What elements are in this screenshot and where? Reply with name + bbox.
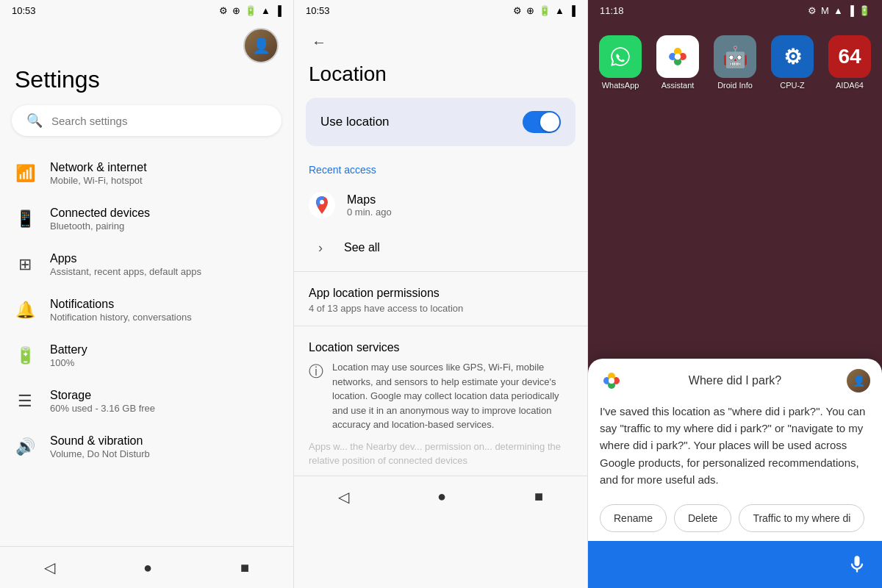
settings-item-title-apps: Apps [50,252,201,265]
google-assistant-icon [600,369,623,392]
battery-icon-3: 🔋 [858,5,870,16]
assistant-icon-app [656,35,699,78]
connected-devices-icon: 📱 [15,209,35,229]
app-grid: WhatsApp Assistant 🤖 Droid Info ⚙ CPU-Z [588,21,882,96]
cast-icon: ⊕ [232,5,240,16]
back-button[interactable]: ← [306,28,332,57]
info-text: Location may use sources like GPS, Wi-Fi… [332,360,573,432]
user-avatar-assistant: 👤 [847,369,870,392]
search-placeholder: Search settings [51,115,127,127]
wifi-status-icon: ▲ [261,5,270,16]
settings-item-battery[interactable]: 🔋 Battery 100% [0,333,293,379]
assistant-svg [665,44,690,69]
nav-back-1[interactable]: ◁ [29,556,70,579]
settings-list: 📶 Network & internet Mobile, Wi-Fi, hots… [0,151,293,546]
droid-info-label: Droid Info [717,81,753,90]
nav-home-2[interactable]: ● [423,485,461,508]
avatar-container: 👤 [0,21,293,66]
use-location-label: Use location [320,115,390,129]
nav-home-1[interactable]: ● [129,556,167,579]
gear-icon-2: ⚙ [513,5,522,16]
svg-point-11 [609,378,614,384]
settings-item-text-apps: Apps Assistant, recent apps, default app… [50,252,201,277]
settings-item-sound[interactable]: 🔊 Sound & vibration Volume, Do Not Distu… [0,424,293,470]
settings-item-text-notifications: Notifications Notification history, conv… [50,298,192,323]
battery-icon: 🔋 [15,345,35,366]
info-box: ⓘ Location may use sources like GPS, Wi-… [309,360,573,432]
location-toggle[interactable] [523,111,561,133]
settings-item-title-sound: Sound & vibration [50,434,150,448]
settings-item-subtitle-apps: Assistant, recent apps, default apps [50,266,201,277]
assistant-message: I've saved this location as "where did i… [588,400,882,498]
aida64-label: AIDA64 [836,81,864,90]
app-permissions-sub: 4 of 13 apps have access to location [294,303,587,323]
page-title: Settings [0,66,293,105]
nav-back-2[interactable]: ◁ [323,485,364,509]
settings-item-text-storage: Storage 60% used - 3.16 GB free [50,389,155,414]
settings-item-apps[interactable]: ⊞ Apps Assistant, recent apps, default a… [0,242,293,287]
status-bar-1: 10:53 ⚙ ⊕ 🔋 ▲ ▐ [0,0,293,21]
settings-item-subtitle-notifications: Notification history, conversations [50,312,192,323]
wifi-icon-2: ▲ [555,5,564,16]
app-aida64[interactable]: 64 AIDA64 [828,35,871,90]
app-assistant[interactable]: Assistant [656,35,699,90]
see-all-text: See all [344,241,380,254]
delete-button[interactable]: Delete [674,504,731,532]
settings-item-network[interactable]: 📶 Network & internet Mobile, Wi-Fi, hots… [0,151,293,196]
traffic-button[interactable]: Traffic to my where di [739,504,864,532]
settings-item-text-connected: Connected devices Bluetooth, pairing [50,207,150,232]
settings-item-text-battery: Battery 100% [50,343,87,368]
aida64-icon-app: 64 [828,35,871,78]
settings-item-subtitle-sound: Volume, Do Not Disturb [50,448,150,459]
whatsapp-icon [599,35,642,78]
assistant-header: Where did I park? 👤 [588,359,882,400]
settings-item-notifications[interactable]: 🔔 Notifications Notification history, co… [0,287,293,333]
cpu-z-icon-app: ⚙ [771,35,814,78]
settings-item-storage[interactable]: ☰ Storage 60% used - 3.16 GB free [0,379,293,424]
maps-app-icon [309,192,335,218]
mail-icon: M [821,5,829,16]
settings-item-title-connected: Connected devices [50,207,150,220]
maps-item[interactable]: Maps 0 min. ago [294,183,587,227]
battery-status-icon: 🔋 [245,5,257,16]
see-all-item[interactable]: › See all [294,227,587,268]
wifi-icon-3: ▲ [833,5,843,16]
location-panel: 10:53 ⚙ ⊕ 🔋 ▲ ▐ ← Location Use location … [294,0,588,588]
settings-gear-icon: ⚙ [219,5,228,16]
location-services-header: Location services [294,329,587,360]
assistant-input-bar [588,541,882,588]
settings-item-subtitle-storage: 60% used - 3.16 GB free [50,403,155,414]
svg-point-6 [675,54,681,60]
settings-item-title-battery: Battery [50,343,87,356]
nav-bar-2: ◁ ● ■ [294,476,587,517]
search-bar[interactable]: 🔍 Search settings [12,105,282,136]
app-whatsapp[interactable]: WhatsApp [599,35,642,90]
user-avatar[interactable]: 👤 [243,28,279,63]
app-permissions-header: App location permissions [294,275,587,303]
wifi-icon: 📶 [15,163,35,184]
whatsapp-svg [608,44,633,69]
nav-bar-1: ◁ ● ■ [0,546,293,588]
apps-icon: ⊞ [15,254,35,275]
whatsapp-label: WhatsApp [602,81,639,90]
assistant-actions: Rename Delete Traffic to my where di [588,498,882,541]
app-droid-info[interactable]: 🤖 Droid Info [714,35,756,90]
nav-recents-1[interactable]: ■ [226,556,264,579]
time-3: 11:18 [600,5,624,16]
cast-icon-2: ⊕ [526,5,534,16]
microphone-icon[interactable] [844,551,870,578]
toggle-knob [540,112,559,132]
settings-item-text-sound: Sound & vibration Volume, Do Not Disturb [50,434,150,459]
gear-icon-3: ⚙ [808,5,817,16]
settings-item-subtitle-battery: 100% [50,357,87,368]
nav-recents-2[interactable]: ■ [520,485,558,508]
use-location-card: Use location [306,98,576,146]
app-cpu-z[interactable]: ⚙ CPU-Z [771,35,814,90]
settings-item-connected[interactable]: 📱 Connected devices Bluetooth, pairing [0,196,293,242]
notifications-icon: 🔔 [15,300,35,320]
maps-text: Maps 0 min. ago [347,193,392,218]
signal-icon-3: ▐ [847,5,854,16]
signal-icon-2: ▐ [569,5,576,16]
rename-button[interactable]: Rename [600,504,667,532]
assistant-overlay: Where did I park? 👤 I've saved this loca… [588,359,882,588]
